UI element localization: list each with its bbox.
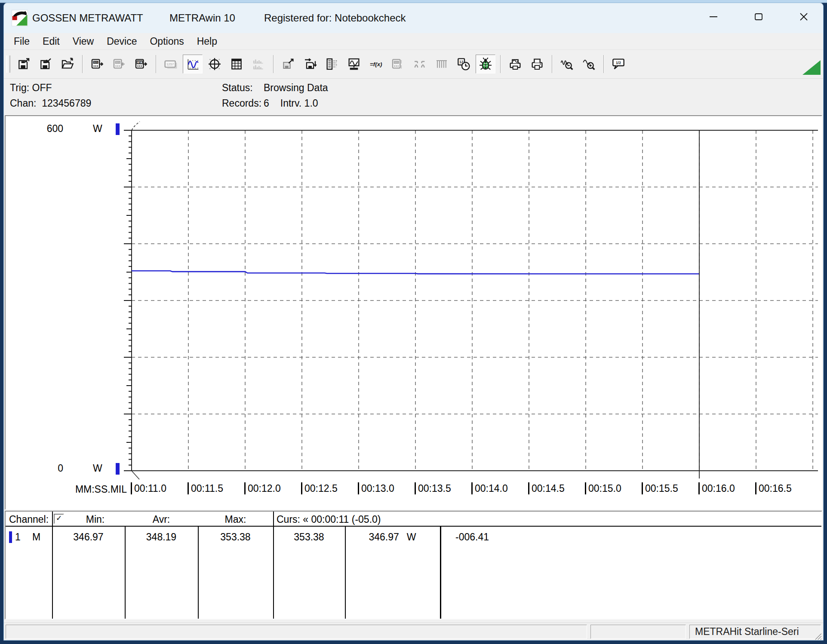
desktop: GOSSEN METRAWATT METRAwin 10 Registered … <box>0 0 827 644</box>
zoom-out-horizontal-icon <box>560 57 574 71</box>
view-curve-icon <box>186 57 200 71</box>
print-button[interactable] <box>527 55 547 74</box>
open-file-button[interactable] <box>58 55 77 74</box>
title-vendor: GOSSEN METRAWATT <box>32 3 143 33</box>
green-corner-marker <box>802 60 821 75</box>
open-file-icon <box>61 57 74 71</box>
zoom-in-horizontal-button[interactable] <box>579 55 599 74</box>
channel-visible-checkbox[interactable]: ✓ <box>54 514 64 524</box>
x-tick-label: 00:11.0 <box>131 482 166 494</box>
transfer-data-button[interactable] <box>300 55 320 74</box>
x-tick-label: 00:16.0 <box>698 482 735 494</box>
zoom-out-horizontal-button[interactable] <box>557 55 577 74</box>
channel-marker-bottom <box>116 463 120 475</box>
chart-plot-area[interactable] <box>6 116 821 509</box>
minimize-button[interactable] <box>701 6 726 28</box>
y-axis-max-unit: W <box>93 123 102 135</box>
menu-item-device[interactable]: Device <box>100 35 143 48</box>
read-device-321-icon: 321 <box>90 57 104 71</box>
minimize-icon <box>709 12 718 21</box>
table-header-avr: Avr: <box>125 514 198 525</box>
menu-item-edit[interactable]: Edit <box>36 35 66 48</box>
x-tick-label: 00:15.5 <box>642 482 678 494</box>
toolbar: 321321M1257=f(x)321121/2 <box>4 50 823 79</box>
value-list-icon <box>325 57 339 71</box>
toolbar-separator <box>500 55 501 73</box>
export-data-button[interactable] <box>278 55 298 74</box>
print-graph-button[interactable] <box>505 55 525 74</box>
status-bar: METRAHit Starline-Seri <box>4 623 823 641</box>
value-list-button[interactable] <box>322 55 342 74</box>
formula-fx-button[interactable]: =f(x) <box>366 55 386 74</box>
resize-grip[interactable] <box>812 630 822 641</box>
close-icon <box>799 12 809 21</box>
read-device-321-button[interactable]: 321 <box>87 55 107 74</box>
view-xy-scope-button[interactable] <box>205 55 224 74</box>
print-icon <box>530 57 544 71</box>
measurement-table: Channel: ✓ Min: Avr: Max: Curs: « 00:00:… <box>5 511 822 619</box>
svg-text:321: 321 <box>94 61 98 64</box>
device-321-offline-button: 321 <box>388 55 408 74</box>
save-file-import-button[interactable] <box>36 55 55 74</box>
send-device-321-button: 321 <box>109 55 129 74</box>
svg-text:=f(x): =f(x) <box>370 61 382 67</box>
annotation-note-icon: 1/2 <box>612 57 625 71</box>
svg-text:321: 321 <box>116 61 120 64</box>
menu-item-view[interactable]: View <box>66 35 100 48</box>
view-histogram-icon <box>252 57 265 71</box>
display-1257-button: 1257 <box>161 55 181 74</box>
toolbar-separator <box>156 55 157 73</box>
close-button[interactable] <box>791 6 816 28</box>
comb-record-icon <box>435 57 449 71</box>
chart-panel: 600 W 0 W MM:SS.MIL 00:11.000:11.500:12.… <box>5 115 822 510</box>
value-cursor-a: 353.38 <box>273 531 345 543</box>
menu-item-help[interactable]: Help <box>191 35 224 48</box>
monitor-online-button[interactable] <box>344 55 364 74</box>
transfer-data-icon <box>303 57 317 71</box>
x-tick-label: 00:11.5 <box>188 482 223 494</box>
view-histogram-button <box>249 55 268 74</box>
recording-status: Status:Browsing Data <box>222 82 328 94</box>
view-table-button[interactable] <box>227 55 246 74</box>
x-axis-format-label: MM:SS.MIL <box>65 484 127 495</box>
display-1257-icon: 1257 <box>164 57 178 71</box>
debug-bug-button[interactable] <box>476 55 495 74</box>
trig-status: Trig: OFF <box>10 82 52 94</box>
menu-item-file[interactable]: File <box>7 35 36 48</box>
read-device-memory-button[interactable]: M <box>131 55 151 74</box>
x-tick-label: 00:12.0 <box>244 482 281 494</box>
view-table-icon <box>230 57 243 71</box>
statusbar-device-name: METRAHit Starline-Seri <box>689 625 821 639</box>
toolbar-drag-handle[interactable] <box>6 55 10 73</box>
app-logo-icon <box>12 10 28 26</box>
view-curve-button[interactable] <box>183 55 203 74</box>
zoom-in-horizontal-icon <box>582 57 596 71</box>
time-schedule-button[interactable]: 12 <box>454 55 473 74</box>
records-status: Records:6Intrv. 1.0 <box>222 98 318 109</box>
device-321-offline-icon: 321 <box>391 57 405 71</box>
table-header-cursor: Curs: « 00:00:11 (-05.0) <box>277 514 381 525</box>
save-file-export-icon <box>17 57 31 71</box>
title-registered: Registered for: Notebookcheck <box>264 3 406 33</box>
table-header-underline <box>6 526 821 527</box>
table-divider <box>52 512 53 619</box>
x-tick-label: 00:13.5 <box>415 482 451 494</box>
annotation-note-button[interactable]: 1/2 <box>609 55 628 74</box>
export-data-icon <box>281 57 295 71</box>
menu-item-options[interactable]: Options <box>143 35 190 48</box>
menu-bar: FileEditViewDeviceOptionsHelp <box>4 33 823 50</box>
table-divider <box>440 527 441 619</box>
save-file-export-button[interactable] <box>14 55 34 74</box>
table-divider <box>273 512 274 619</box>
print-graph-icon <box>508 57 522 71</box>
maximize-button[interactable] <box>746 6 771 28</box>
app-window: GOSSEN METRAWATT METRAwin 10 Registered … <box>3 3 824 641</box>
svg-text:321: 321 <box>394 61 399 64</box>
value-max: 353.38 <box>198 531 273 543</box>
svg-text:1/2: 1/2 <box>616 61 621 65</box>
y-axis-min-label: 0 <box>31 463 63 474</box>
value-cursor-delta: -006.41 <box>455 531 489 543</box>
toolbar-separator <box>603 55 604 73</box>
y-axis-min-unit: W <box>93 463 102 474</box>
chan-status: Chan: 123456789 <box>10 98 91 109</box>
